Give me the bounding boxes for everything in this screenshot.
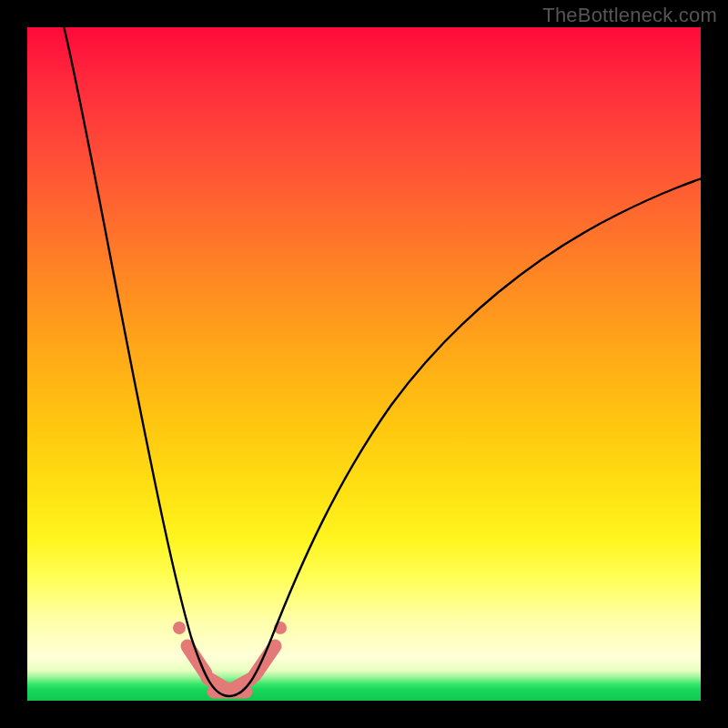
plot-area [27,27,701,701]
marker-dot [173,622,186,634]
bottleneck-curve-path [62,27,701,696]
curve-layer [27,27,701,701]
chart-svg [27,27,701,701]
watermark-text: TheBottleneck.com [542,4,717,27]
chart-frame: TheBottleneck.com [0,0,728,728]
